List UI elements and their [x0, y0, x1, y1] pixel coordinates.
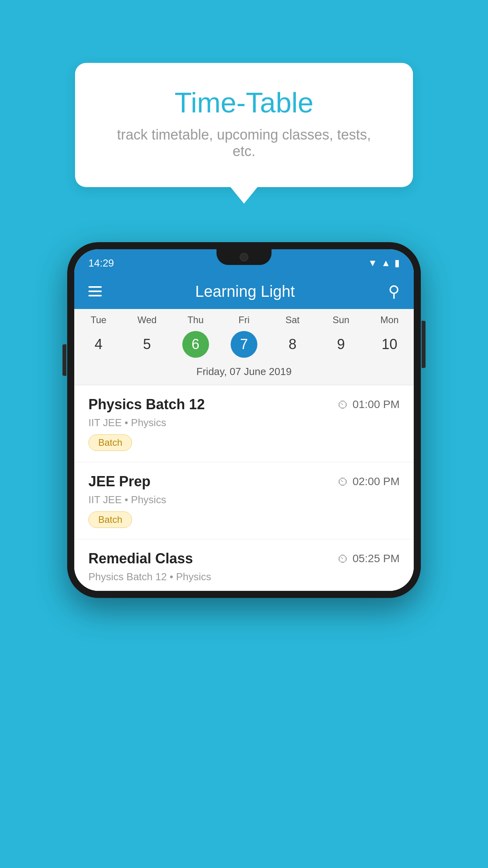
clock-icon-1: ⏲: [338, 398, 349, 411]
date-10[interactable]: 10: [376, 331, 403, 358]
date-row: 4 5 6 7 8 9: [74, 329, 414, 362]
schedule-title-1: Physics Batch 12: [88, 396, 205, 413]
date-6-today[interactable]: 6: [182, 331, 209, 358]
hamburger-line-1: [88, 286, 102, 288]
schedule-item-3[interactable]: Remedial Class ⏲ 05:25 PM Physics Batch …: [74, 539, 414, 591]
schedule-title-2: JEE Prep: [88, 473, 150, 490]
hamburger-line-2: [88, 291, 102, 292]
schedule-item-3-header: Remedial Class ⏲ 05:25 PM: [88, 550, 400, 567]
date-9[interactable]: 9: [328, 331, 354, 358]
schedule-item-2[interactable]: JEE Prep ⏲ 02:00 PM IIT JEE • Physics Ba…: [74, 462, 414, 539]
clock-icon-3: ⏲: [338, 552, 349, 565]
hamburger-menu-button[interactable]: [88, 286, 102, 296]
schedule-list: Physics Batch 12 ⏲ 01:00 PM IIT JEE • Ph…: [74, 385, 414, 591]
date-cell-7[interactable]: 7: [220, 331, 268, 358]
batch-badge-1: Batch: [88, 434, 132, 451]
date-4[interactable]: 4: [85, 331, 112, 358]
date-7-selected[interactable]: 7: [231, 331, 257, 358]
schedule-time-1: ⏲ 01:00 PM: [338, 398, 400, 411]
app-title: Learning Light: [195, 283, 295, 300]
hamburger-line-3: [88, 295, 102, 296]
search-button[interactable]: ⚲: [388, 282, 400, 300]
date-cell-4[interactable]: 4: [74, 331, 123, 358]
wifi-icon: ▼: [368, 257, 377, 268]
day-header-sun: Sun: [317, 314, 365, 326]
phone-notch: [216, 249, 272, 265]
day-header-wed: Wed: [123, 314, 171, 326]
date-cell-9[interactable]: 9: [317, 331, 365, 358]
date-5[interactable]: 5: [134, 331, 160, 358]
status-icons: ▼ ▲ ▮: [368, 257, 400, 268]
schedule-time-value-2: 02:00 PM: [352, 475, 400, 488]
phone-wrapper: 14:29 ▼ ▲ ▮ Learning Light ⚲: [36, 242, 452, 598]
bubble-title: Time-Table: [106, 86, 382, 119]
day-header-mon: Mon: [365, 314, 414, 326]
clock-icon-2: ⏲: [338, 475, 349, 488]
date-cell-6[interactable]: 6: [171, 331, 220, 358]
signal-icon: ▲: [381, 257, 391, 268]
schedule-time-value-1: 01:00 PM: [352, 398, 400, 411]
schedule-time-2: ⏲ 02:00 PM: [338, 475, 400, 488]
schedule-time-3: ⏲ 05:25 PM: [338, 552, 400, 565]
front-camera: [240, 253, 248, 261]
schedule-item-1[interactable]: Physics Batch 12 ⏲ 01:00 PM IIT JEE • Ph…: [74, 385, 414, 462]
day-header-fri: Fri: [220, 314, 268, 326]
schedule-meta-1: IIT JEE • Physics: [88, 417, 400, 429]
selected-date-label: Friday, 07 June 2019: [74, 362, 414, 385]
app-header: Learning Light ⚲: [74, 274, 414, 309]
bubble-subtitle: track timetable, upcoming classes, tests…: [106, 127, 382, 160]
schedule-item-1-header: Physics Batch 12 ⏲ 01:00 PM: [88, 396, 400, 413]
phone-frame: 14:29 ▼ ▲ ▮ Learning Light ⚲: [67, 242, 421, 598]
top-section: Time-Table track timetable, upcoming cla…: [0, 0, 488, 203]
day-header-tue: Tue: [74, 314, 123, 326]
schedule-time-value-3: 05:25 PM: [352, 552, 400, 565]
schedule-item-2-header: JEE Prep ⏲ 02:00 PM: [88, 473, 400, 490]
calendar-section: Tue Wed Thu Fri Sat Sun Mon 4 5: [74, 309, 414, 385]
battery-icon: ▮: [394, 257, 400, 268]
schedule-meta-2: IIT JEE • Physics: [88, 494, 400, 506]
day-header-sat: Sat: [268, 314, 317, 326]
schedule-title-3: Remedial Class: [88, 550, 193, 567]
phone-screen: 14:29 ▼ ▲ ▮ Learning Light ⚲: [74, 249, 414, 591]
date-8[interactable]: 8: [279, 331, 306, 358]
speech-bubble: Time-Table track timetable, upcoming cla…: [75, 63, 413, 187]
schedule-meta-3: Physics Batch 12 • Physics: [88, 571, 400, 583]
date-cell-10[interactable]: 10: [365, 331, 414, 358]
day-headers: Tue Wed Thu Fri Sat Sun Mon: [74, 309, 414, 329]
status-time: 14:29: [88, 257, 114, 269]
date-cell-5[interactable]: 5: [123, 331, 171, 358]
day-header-thu: Thu: [171, 314, 220, 326]
date-cell-8[interactable]: 8: [268, 331, 317, 358]
batch-badge-2: Batch: [88, 511, 132, 528]
